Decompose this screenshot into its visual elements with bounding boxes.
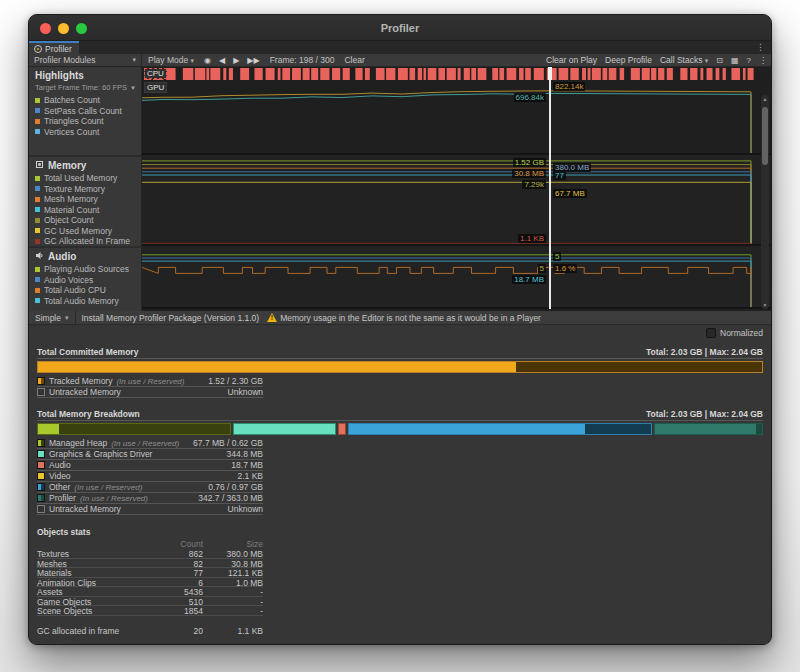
legend-item[interactable]: SetPass Calls Count [35,106,141,117]
playhead-frame-marker[interactable] [548,67,552,80]
load-profile-icon[interactable]: ⊡ [712,56,727,65]
window-titlebar[interactable]: Profiler [29,15,771,41]
memory-legend-label: Untracked Memory [49,504,121,514]
memory-legend-row: Untracked MemoryUnknown [37,387,263,398]
tab-profiler[interactable]: Profiler [29,41,79,54]
normalized-row: Normalized [29,325,771,341]
legend-item[interactable]: Mesh Memory [35,194,141,205]
chart-vertical-scrollbar[interactable]: ▲▼ [761,95,769,309]
play-mode-dropdown[interactable]: Play Mode ▾ [142,55,200,65]
scrollbar-thumb[interactable] [762,107,768,165]
legend-swatch [35,298,40,303]
install-memory-profiler-button[interactable]: Install Memory Profiler Package (Version… [76,313,266,323]
legend-label: Object Count [44,215,94,226]
memory-legend-value: 1.52 / 2.30 GB [208,376,263,386]
minimize-window-button[interactable] [58,23,69,34]
profiler-window: Profiler Profiler ⋮ Profiler Modules ▾ P… [28,14,772,645]
memory-legend-label: Video [49,471,71,481]
breakdown-segment-profiler [654,423,763,435]
legend-label: Total Audio Memory [44,296,119,307]
chevron-down-icon: ▾ [65,314,69,322]
module-header-audio[interactable]: Audio [35,250,141,264]
legend-item[interactable]: Total Audio CPU [35,285,141,296]
record-icon[interactable]: ◉ [200,56,215,65]
save-profile-icon[interactable]: ▦ [727,56,743,65]
object-count: 6 [157,578,203,588]
normalized-label: Normalized [720,328,763,338]
chevron-down-icon: ▾ [132,56,136,64]
module-name: Highlights [35,70,84,81]
next-frame-icon[interactable]: ▶ [229,56,243,65]
module-header-highlights[interactable]: Highlights [35,69,141,83]
target-frame-time-dropdown[interactable]: Target Frame Time: 60 FPS▾ [35,83,141,95]
object-type: Game Objects [37,597,157,607]
normalized-checkbox[interactable] [706,328,716,338]
legend-item[interactable]: Total Audio Memory [35,296,141,307]
clear-on-play-toggle[interactable]: Clear on Play [542,55,601,65]
current-frame-icon[interactable]: ▶▶ [243,56,263,65]
editor-memory-warning: Memory usage in the Editor is not the sa… [265,313,541,323]
previous-frame-icon[interactable]: ◀ [215,56,229,65]
clear-button[interactable]: Clear [340,55,368,65]
legend-label: Audio Voices [44,275,93,286]
in-use-reserved-note: (In use / Reserved) [80,494,148,503]
chart-area[interactable]: CPUGPU822.14k696.84k1.52 GB380.0 MB30.8 … [142,67,771,311]
object-count: 510 [157,597,203,607]
memory-legend-label: Managed Heap [49,438,107,448]
legend-label: SetPass Calls Count [44,106,122,117]
legend-item[interactable]: GC Used Memory [35,226,141,237]
object-count: 77 [157,568,203,578]
memory-legend-swatch [37,439,45,447]
legend-label: Mesh Memory [44,194,98,205]
legend-item[interactable]: Total Used Memory [35,173,141,184]
call-stacks-dropdown[interactable]: Call Stacks ▾ [656,55,712,65]
tab-menu-icon[interactable]: ⋮ [756,41,765,54]
cpu-track-label[interactable]: CPU [144,68,167,79]
legend-item[interactable]: Triangles Count [35,116,141,127]
memory-legend-swatch [37,377,45,385]
memory-legend-swatch [37,494,45,502]
zoom-window-button[interactable] [76,23,87,34]
memory-legend-swatch [37,483,45,491]
chart-value-label: 5 [538,264,546,273]
memory-legend-row: Untracked MemoryUnknown [37,504,263,515]
memory-legend-label: Profiler [49,493,76,503]
object-count: 20 [157,626,203,636]
legend-item[interactable]: Vertices Count [35,127,141,138]
close-window-button[interactable] [40,23,51,34]
legend-item[interactable]: Audio Voices [35,275,141,286]
sidebar-module-audio: AudioPlaying Audio SourcesAudio VoicesTo… [29,246,141,309]
memory-legend-label: Tracked Memory [49,376,112,386]
deep-profile-toggle[interactable]: Deep Profile [601,55,656,65]
help-icon[interactable]: ? [743,56,755,65]
toolbar-menu-icon[interactable]: ⋮ [755,56,771,65]
legend-item[interactable]: Material Count [35,205,141,216]
detail-view-dropdown[interactable]: Simple ▾ [29,311,76,324]
chart-module-highlights[interactable]: CPUGPU822.14k696.84k [142,67,771,155]
legend-label: Playing Audio Sources [44,264,129,275]
legend-item[interactable]: Object Count [35,215,141,226]
profiler-modules-dropdown[interactable]: Profiler Modules ▾ [29,54,142,66]
scroll-down-icon[interactable]: ▼ [761,302,769,308]
legend-item[interactable]: Playing Audio Sources [35,264,141,275]
memory-legend-value: 18.7 MB [231,460,263,470]
profiler-gauge-icon [34,45,42,53]
legend-swatch [35,277,40,282]
scroll-up-icon[interactable]: ▲ [761,96,769,102]
legend-swatch [35,218,40,223]
legend-item[interactable]: GC Allocated In Frame [35,236,141,246]
gpu-track-label[interactable]: GPU [144,82,167,93]
target-frame-time-label: Target Frame Time: 60 FPS [35,83,127,92]
chart-module-audio[interactable]: 551.6 %18.7 MB [142,246,771,309]
module-header-memory[interactable]: Memory [35,159,141,173]
memory-legend-row: Managed Heap(In use / Reserved)67.7 MB /… [37,438,263,449]
objects-table-header: CountSize [37,539,263,549]
chart-value-label: 18.7 MB [512,275,546,284]
legend-item[interactable]: Texture Memory [35,184,141,195]
playhead-line[interactable] [549,67,551,309]
memory-legend-swatch [37,388,45,396]
memory-legend-label: Untracked Memory [49,387,121,397]
legend-item[interactable]: Batches Count [35,95,141,106]
object-type: Materials [37,568,157,578]
chart-module-memory[interactable]: 1.52 GB380.0 MB30.8 MB777.29k67.7 MB1.1 … [142,155,771,246]
